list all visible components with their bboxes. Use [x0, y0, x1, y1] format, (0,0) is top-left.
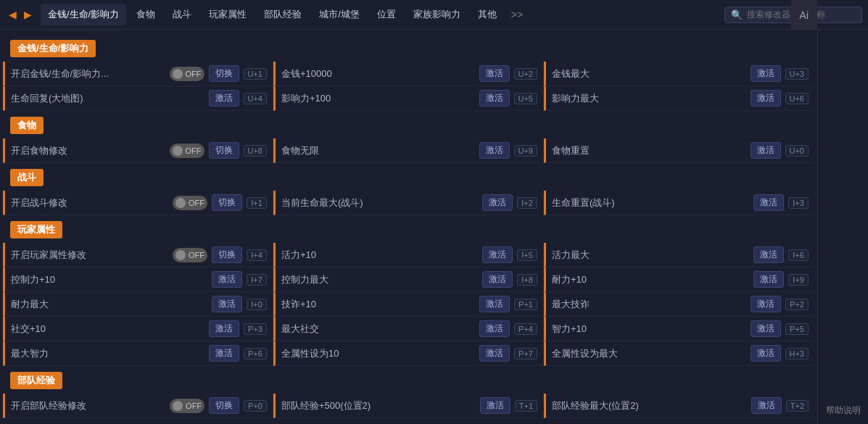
hotkey-badge: I+5	[517, 249, 537, 261]
cheat-name: 影响力最大	[552, 92, 746, 105]
nav-item-food[interactable]: 食物	[129, 4, 162, 25]
hotkey-badge: U+3	[785, 68, 809, 80]
hotkey-badge: U+9	[514, 145, 538, 157]
cheat-grid-money-life: 开启金钱/生命/影响力...OFF切换U+1金钱+10000激活U+2金钱最大激…	[3, 62, 814, 111]
cheat-cell: 耐力+10激活I+9	[544, 267, 814, 292]
activate-button[interactable]: 激活	[751, 296, 781, 312]
activate-button[interactable]: 激活	[479, 90, 510, 107]
toggle-switch[interactable]: OFF	[170, 144, 204, 158]
nav-item-city[interactable]: 城市/城堡	[312, 4, 367, 25]
activate-button[interactable]: 激活	[479, 296, 510, 312]
nav-next-arrow[interactable]: ▶	[21, 7, 35, 22]
activate-button[interactable]: 激活	[753, 194, 784, 211]
nav-more-button[interactable]: >>	[507, 6, 527, 23]
activate-button[interactable]: 激活	[482, 271, 513, 288]
hotkey-badge: U+6	[785, 93, 809, 104]
cheat-name: 智力+10	[552, 323, 746, 336]
toggle-label: OFF	[189, 199, 204, 207]
nav-item-other[interactable]: 其他	[471, 4, 504, 25]
hotkey-badge: U+5	[514, 93, 538, 104]
toggle-label: OFF	[186, 70, 202, 78]
hotkey-badge: U+4	[244, 93, 268, 104]
activate-button[interactable]: 激活	[209, 320, 239, 337]
cheat-cell: 开启食物修改OFF切换U+8	[3, 138, 273, 163]
cheat-grid-food: 开启食物修改OFF切换U+8食物无限激活U+9食物重置激活U+0	[3, 138, 814, 163]
nav-prev-arrow[interactable]: ◀	[6, 7, 20, 22]
cheat-cell: 金钱+10000激活U+2	[273, 62, 544, 86]
nav-item-location[interactable]: 位置	[370, 4, 403, 25]
cheat-name: 全属性设为最大	[552, 347, 746, 360]
activate-button[interactable]: 激活	[212, 271, 242, 288]
activate-button[interactable]: 激活	[751, 142, 781, 159]
hotkey-badge: P+2	[785, 299, 809, 310]
cheat-name: 食物无限	[281, 144, 475, 157]
activate-button[interactable]: 激活	[753, 271, 784, 288]
hotkey-badge: I+4	[247, 249, 267, 261]
cheat-cell: 影响力+100激活U+5	[273, 86, 544, 111]
activate-button[interactable]: 激活	[209, 345, 239, 362]
nav-item-troop[interactable]: 部队经验	[257, 4, 309, 25]
toggle-label: OFF	[186, 146, 202, 155]
switch-button[interactable]: 切换	[212, 194, 242, 211]
cheat-name: 金钱最大	[552, 67, 746, 80]
hotkey-badge: P+5	[785, 323, 809, 335]
activate-button[interactable]: 激活	[209, 90, 239, 107]
activate-button[interactable]: 激活	[482, 246, 513, 263]
nav-item-family[interactable]: 家族影响力	[406, 4, 468, 25]
toggle-knob	[173, 401, 183, 411]
toggle-knob	[173, 146, 183, 156]
toggle-switch[interactable]: OFF	[170, 67, 204, 81]
cheat-cell: 生命回复(大地图)激活U+4	[3, 86, 273, 111]
hotkey-badge: I+7	[247, 274, 267, 286]
activate-button[interactable]: 激活	[212, 296, 242, 312]
nav-item-player[interactable]: 玩家属性	[202, 4, 254, 25]
help-label[interactable]: 帮助说明	[826, 404, 861, 417]
ai-badge: Ai	[791, 0, 817, 30]
hotkey-badge: P+3	[244, 323, 267, 335]
hotkey-badge: U+2	[514, 68, 538, 80]
activate-button[interactable]: 激活	[751, 345, 781, 362]
cheat-cell: 部队经验最大(位置2)激活T+2	[544, 394, 814, 418]
switch-button[interactable]: 切换	[209, 397, 239, 414]
activate-button[interactable]: 激活	[479, 345, 510, 362]
activate-button[interactable]: 激活	[479, 320, 510, 337]
cheat-name: 开启部队经验修改	[11, 399, 165, 412]
cheat-name: 全属性设为10	[281, 347, 475, 360]
toggle-switch[interactable]: OFF	[173, 248, 207, 262]
hotkey-badge: P+7	[514, 348, 537, 359]
nav-item-battle[interactable]: 战斗	[165, 4, 199, 25]
toggle-switch[interactable]: OFF	[170, 399, 204, 413]
cheat-cell: 智力+10激活P+5	[544, 317, 814, 341]
activate-button[interactable]: 激活	[482, 194, 513, 211]
activate-button[interactable]: 激活	[479, 142, 510, 159]
cheat-cell: 食物无限激活U+9	[273, 138, 544, 163]
cheat-cell: 最大社交激活P+4	[273, 317, 544, 341]
activate-button[interactable]: 激活	[753, 246, 784, 263]
nav-item-money[interactable]: 金钱/生命/影响力	[41, 4, 126, 25]
toggle-switch[interactable]: OFF	[173, 196, 207, 210]
cheat-cell: 开启金钱/生命/影响力...OFF切换U+1	[3, 62, 273, 86]
cheat-name: 控制力+10	[11, 273, 207, 286]
cheat-name: 部队经验最大(位置2)	[552, 399, 747, 412]
cheat-cell: 全属性设为最大激活H+3	[544, 341, 814, 366]
cheat-name: 最大技诈	[552, 298, 746, 311]
hotkey-badge: P+6	[244, 348, 267, 359]
activate-button[interactable]: 激活	[479, 65, 510, 82]
section-header-food: 食物	[10, 117, 44, 134]
switch-button[interactable]: 切换	[212, 246, 242, 263]
switch-button[interactable]: 切换	[209, 142, 239, 159]
activate-button[interactable]: 激活	[751, 397, 782, 414]
hotkey-badge: I+0	[247, 299, 267, 310]
activate-button[interactable]: 激活	[751, 65, 781, 82]
activate-button[interactable]: 激活	[480, 397, 511, 414]
hotkey-badge: T+2	[786, 400, 809, 412]
switch-button[interactable]: 切换	[209, 65, 239, 82]
hotkey-badge: I+2	[517, 197, 537, 209]
activate-button[interactable]: 激活	[751, 90, 781, 107]
cheat-cell: 金钱最大激活U+3	[544, 62, 814, 86]
cheat-grid-player-attrs: 开启玩家属性修改OFF切换I+4活力+10激活I+5活力最大激活I+6控制力+1…	[3, 243, 814, 366]
activate-button[interactable]: 激活	[751, 320, 781, 337]
scroll-area[interactable]: 金钱/生命/影响力开启金钱/生命/影响力...OFF切换U+1金钱+10000激…	[0, 30, 817, 424]
hotkey-badge: P+4	[514, 323, 537, 335]
cheat-name: 生命回复(大地图)	[11, 92, 204, 105]
